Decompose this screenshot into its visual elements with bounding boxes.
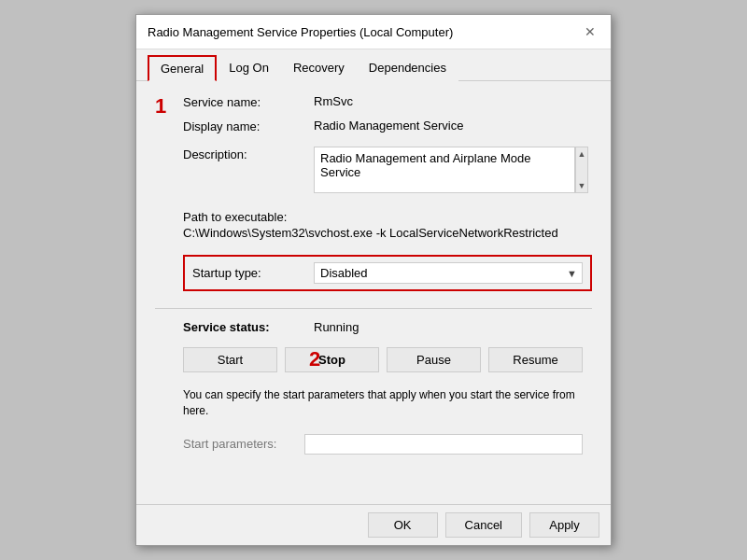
description-value: Radio Management and Airplane Mode Servi…	[314, 147, 575, 193]
pause-button[interactable]: Pause	[387, 347, 481, 372]
display-name-value: Radio Management Service	[314, 119, 463, 133]
tab-dependencies[interactable]: Dependencies	[357, 55, 458, 81]
tab-logon[interactable]: Log On	[217, 55, 281, 81]
start-parameters-label: Start parameters:	[183, 437, 304, 451]
start-parameters-row: Start parameters:	[183, 434, 583, 455]
footer: OK Cancel Apply	[136, 504, 611, 545]
display-name-row: Display name: Radio Management Service	[183, 119, 592, 133]
info-text: You can specify the start parameters tha…	[183, 387, 583, 419]
close-button[interactable]: ✕	[581, 22, 599, 41]
step1-label: 1	[155, 94, 166, 119]
display-name-label: Display name:	[183, 119, 314, 133]
start-parameters-input[interactable]	[304, 434, 583, 455]
description-scrollbar[interactable]: ▲ ▼	[575, 147, 588, 193]
tab-recovery[interactable]: Recovery	[281, 55, 357, 81]
start-button[interactable]: Start	[183, 347, 277, 372]
divider-1	[155, 308, 592, 309]
tab-content: 1 Service name: RmSvc Display name: Radi…	[136, 81, 611, 504]
service-status-value: Running	[314, 320, 359, 334]
startup-type-label: Startup type:	[192, 266, 314, 280]
description-label: Description:	[183, 147, 314, 161]
service-name-label: Service name:	[183, 94, 314, 109]
step2-label: 2	[309, 347, 320, 371]
startup-type-select[interactable]: Automatic Automatic (Delayed Start) Manu…	[314, 262, 583, 284]
service-status-label: Service status:	[183, 320, 314, 334]
description-area: Radio Management and Airplane Mode Servi…	[314, 147, 588, 193]
service-control-buttons: Start Stop Pause Resume	[183, 347, 583, 372]
ok-button[interactable]: OK	[368, 512, 438, 538]
tab-general[interactable]: General	[148, 55, 217, 81]
path-label: Path to executable:	[183, 210, 592, 224]
startup-type-select-wrapper: Automatic Automatic (Delayed Start) Manu…	[314, 262, 583, 284]
startup-type-row: Startup type: Automatic Automatic (Delay…	[183, 255, 592, 291]
path-section: Path to executable: C:\Windows\System32\…	[183, 210, 592, 240]
service-status-row: Service status: Running	[183, 320, 592, 334]
properties-dialog: Radio Management Service Properties (Loc…	[135, 14, 612, 546]
title-bar: Radio Management Service Properties (Loc…	[136, 15, 611, 49]
dialog-title: Radio Management Service Properties (Loc…	[148, 25, 453, 39]
cancel-button[interactable]: Cancel	[445, 512, 522, 538]
service-name-row: Service name: RmSvc	[183, 94, 592, 109]
apply-button[interactable]: Apply	[529, 512, 599, 538]
description-row: Description: Radio Management and Airpla…	[183, 147, 592, 193]
path-value: C:\Windows\System32\svchost.exe -k Local…	[183, 226, 592, 240]
tab-bar: General Log On Recovery Dependencies	[136, 49, 611, 81]
resume-button[interactable]: Resume	[488, 347, 583, 372]
stop-button[interactable]: Stop	[285, 347, 379, 372]
service-name-value: RmSvc	[314, 94, 353, 108]
